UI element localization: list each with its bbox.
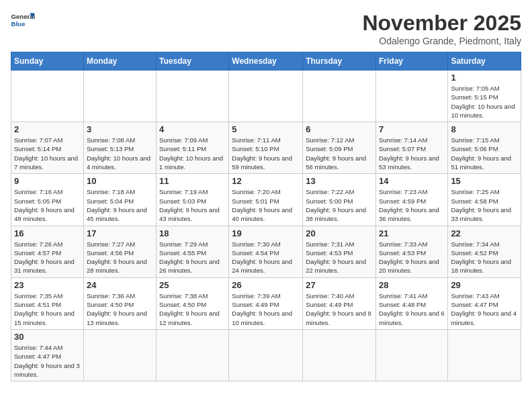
day-info: Sunrise: 7:34 AM Sunset: 4:52 PM Dayligh… xyxy=(451,240,518,275)
day-info: Sunrise: 7:26 AM Sunset: 4:57 PM Dayligh… xyxy=(14,240,81,275)
table-row xyxy=(83,329,156,381)
day-info: Sunrise: 7:35 AM Sunset: 4:51 PM Dayligh… xyxy=(14,291,81,327)
calendar-week-row: 23Sunrise: 7:35 AM Sunset: 4:51 PM Dayli… xyxy=(11,277,521,329)
calendar-table: Sunday Monday Tuesday Wednesday Thursday… xyxy=(11,52,521,381)
table-row: 20Sunrise: 7:31 AM Sunset: 4:53 PM Dayli… xyxy=(303,226,376,277)
svg-text:Blue: Blue xyxy=(11,20,26,28)
day-info: Sunrise: 7:08 AM Sunset: 5:13 PM Dayligh… xyxy=(87,136,153,171)
day-number: 10 xyxy=(87,176,153,186)
day-number: 27 xyxy=(306,280,373,290)
day-info: Sunrise: 7:20 AM Sunset: 5:01 PM Dayligh… xyxy=(232,187,300,223)
table-row xyxy=(303,71,376,122)
logo: General Blue xyxy=(11,11,35,30)
day-number: 2 xyxy=(14,124,81,134)
table-row: 28Sunrise: 7:41 AM Sunset: 4:48 PM Dayli… xyxy=(375,277,447,329)
table-row: 16Sunrise: 7:26 AM Sunset: 4:57 PM Dayli… xyxy=(11,226,84,277)
day-info: Sunrise: 7:36 AM Sunset: 4:50 PM Dayligh… xyxy=(87,291,153,327)
day-info: Sunrise: 7:18 AM Sunset: 5:04 PM Dayligh… xyxy=(87,187,153,223)
table-row: 29Sunrise: 7:43 AM Sunset: 4:47 PM Dayli… xyxy=(448,277,521,329)
table-row: 23Sunrise: 7:35 AM Sunset: 4:51 PM Dayli… xyxy=(11,277,84,329)
day-info: Sunrise: 7:39 AM Sunset: 4:49 PM Dayligh… xyxy=(232,291,300,327)
table-row: 25Sunrise: 7:38 AM Sunset: 4:50 PM Dayli… xyxy=(157,277,229,329)
day-info: Sunrise: 7:14 AM Sunset: 5:07 PM Dayligh… xyxy=(379,136,445,171)
table-row: 18Sunrise: 7:29 AM Sunset: 4:55 PM Dayli… xyxy=(157,226,229,277)
day-number: 19 xyxy=(232,228,300,238)
day-number: 16 xyxy=(14,228,81,238)
table-row: 1Sunrise: 7:05 AM Sunset: 5:15 PM Daylig… xyxy=(448,71,521,122)
day-number: 22 xyxy=(451,228,518,238)
day-number: 29 xyxy=(451,280,518,290)
table-row: 24Sunrise: 7:36 AM Sunset: 4:50 PM Dayli… xyxy=(83,277,156,329)
table-row xyxy=(83,71,156,122)
table-row: 3Sunrise: 7:08 AM Sunset: 5:13 PM Daylig… xyxy=(83,122,156,174)
day-number: 14 xyxy=(379,176,445,186)
day-info: Sunrise: 7:22 AM Sunset: 5:00 PM Dayligh… xyxy=(306,187,373,223)
table-row: 14Sunrise: 7:23 AM Sunset: 4:59 PM Dayli… xyxy=(375,174,447,226)
calendar-week-row: 9Sunrise: 7:16 AM Sunset: 5:05 PM Daylig… xyxy=(11,174,521,226)
table-row xyxy=(229,71,303,122)
day-number: 18 xyxy=(159,228,226,238)
day-info: Sunrise: 7:41 AM Sunset: 4:48 PM Dayligh… xyxy=(379,291,445,327)
day-number: 26 xyxy=(232,280,300,290)
day-number: 11 xyxy=(159,176,226,186)
day-number: 28 xyxy=(379,280,445,290)
table-row: 11Sunrise: 7:19 AM Sunset: 5:03 PM Dayli… xyxy=(157,174,229,226)
day-info: Sunrise: 7:19 AM Sunset: 5:03 PM Dayligh… xyxy=(159,187,226,223)
day-number: 1 xyxy=(451,73,518,83)
table-row xyxy=(157,71,229,122)
day-number: 6 xyxy=(306,124,373,134)
table-row: 17Sunrise: 7:27 AM Sunset: 4:56 PM Dayli… xyxy=(83,226,156,277)
header-thursday: Thursday xyxy=(303,52,376,71)
calendar-week-row: 1Sunrise: 7:05 AM Sunset: 5:15 PM Daylig… xyxy=(11,71,521,122)
location-title: Odalengo Grande, Piedmont, Italy xyxy=(362,36,521,46)
day-info: Sunrise: 7:11 AM Sunset: 5:10 PM Dayligh… xyxy=(232,136,300,171)
table-row: 5Sunrise: 7:11 AM Sunset: 5:10 PM Daylig… xyxy=(229,122,303,174)
table-row: 13Sunrise: 7:22 AM Sunset: 5:00 PM Dayli… xyxy=(303,174,376,226)
header-saturday: Saturday xyxy=(448,52,521,71)
table-row: 10Sunrise: 7:18 AM Sunset: 5:04 PM Dayli… xyxy=(83,174,156,226)
title-block: November 2025 Odalengo Grande, Piedmont,… xyxy=(362,11,521,46)
day-info: Sunrise: 7:44 AM Sunset: 4:47 PM Dayligh… xyxy=(14,343,81,379)
day-info: Sunrise: 7:09 AM Sunset: 5:11 PM Dayligh… xyxy=(159,136,226,171)
day-info: Sunrise: 7:30 AM Sunset: 4:54 PM Dayligh… xyxy=(232,240,300,275)
day-number: 21 xyxy=(379,228,445,238)
table-row: 30Sunrise: 7:44 AM Sunset: 4:47 PM Dayli… xyxy=(11,329,84,381)
header-monday: Monday xyxy=(83,52,156,71)
day-number: 12 xyxy=(232,176,300,186)
day-number: 9 xyxy=(14,176,81,186)
day-number: 4 xyxy=(159,124,226,134)
day-info: Sunrise: 7:29 AM Sunset: 4:55 PM Dayligh… xyxy=(159,240,226,275)
table-row: 27Sunrise: 7:40 AM Sunset: 4:49 PM Dayli… xyxy=(303,277,376,329)
day-info: Sunrise: 7:07 AM Sunset: 5:14 PM Dayligh… xyxy=(14,136,81,171)
generalblue-logo-icon: General Blue xyxy=(11,11,35,30)
table-row: 12Sunrise: 7:20 AM Sunset: 5:01 PM Dayli… xyxy=(229,174,303,226)
day-info: Sunrise: 7:05 AM Sunset: 5:15 PM Dayligh… xyxy=(451,84,518,120)
table-row xyxy=(375,71,447,122)
day-info: Sunrise: 7:23 AM Sunset: 4:59 PM Dayligh… xyxy=(379,187,445,223)
day-info: Sunrise: 7:43 AM Sunset: 4:47 PM Dayligh… xyxy=(451,291,518,327)
table-row xyxy=(11,71,84,122)
day-number: 24 xyxy=(87,280,153,290)
header-friday: Friday xyxy=(375,52,447,71)
day-info: Sunrise: 7:12 AM Sunset: 5:09 PM Dayligh… xyxy=(306,136,373,171)
day-number: 30 xyxy=(14,332,81,342)
day-number: 25 xyxy=(159,280,226,290)
day-info: Sunrise: 7:40 AM Sunset: 4:49 PM Dayligh… xyxy=(306,291,373,327)
header-wednesday: Wednesday xyxy=(229,52,303,71)
day-number: 13 xyxy=(306,176,373,186)
day-number: 7 xyxy=(379,124,445,134)
day-info: Sunrise: 7:31 AM Sunset: 4:53 PM Dayligh… xyxy=(306,240,373,275)
day-number: 5 xyxy=(232,124,300,134)
table-row: 9Sunrise: 7:16 AM Sunset: 5:05 PM Daylig… xyxy=(11,174,84,226)
header-sunday: Sunday xyxy=(11,52,84,71)
table-row: 21Sunrise: 7:33 AM Sunset: 4:53 PM Dayli… xyxy=(375,226,447,277)
page-header: General Blue November 2025 Odalengo Gran… xyxy=(11,11,521,46)
table-row xyxy=(229,329,303,381)
table-row: 4Sunrise: 7:09 AM Sunset: 5:11 PM Daylig… xyxy=(157,122,229,174)
month-title: November 2025 xyxy=(362,11,521,36)
day-info: Sunrise: 7:16 AM Sunset: 5:05 PM Dayligh… xyxy=(14,187,81,223)
table-row: 8Sunrise: 7:15 AM Sunset: 5:06 PM Daylig… xyxy=(448,122,521,174)
table-row: 7Sunrise: 7:14 AM Sunset: 5:07 PM Daylig… xyxy=(375,122,447,174)
table-row xyxy=(448,329,521,381)
table-row: 6Sunrise: 7:12 AM Sunset: 5:09 PM Daylig… xyxy=(303,122,376,174)
